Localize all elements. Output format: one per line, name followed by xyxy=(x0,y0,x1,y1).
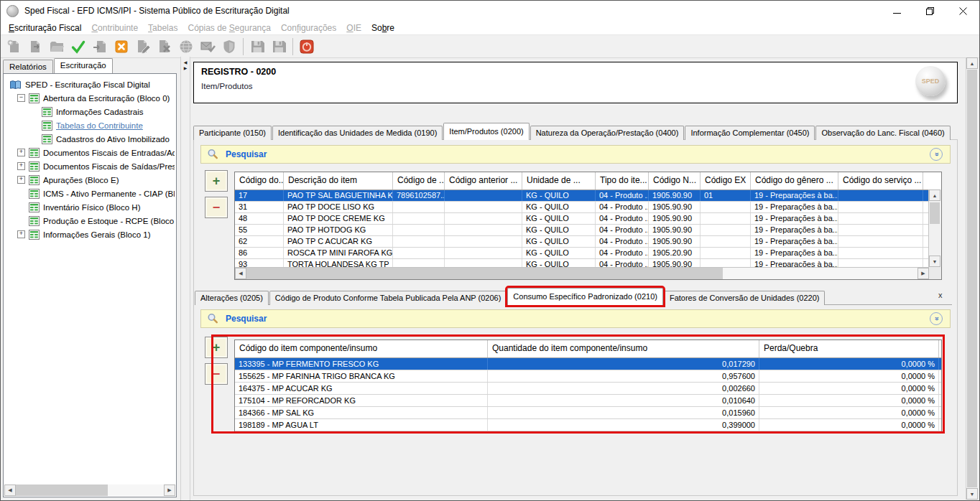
tree-item-documentos-fiscais-de-saidas-prestac[interactable]: +Documentos Fiscais de Saídas/Prestaç xyxy=(6,159,175,173)
scroll-right-icon[interactable]: ▶ xyxy=(917,268,929,279)
hscroll-track[interactable] xyxy=(246,268,917,279)
tree-expander-plus-icon[interactable]: + xyxy=(17,176,25,184)
security-shield-icon[interactable] xyxy=(218,37,240,57)
tree-item-producao-e-estoque-rcpe-bloco-k[interactable]: Produção e Estoque - RCPE (Bloco K) xyxy=(6,214,175,228)
save-icon[interactable] xyxy=(246,37,268,57)
menu-escrituracao-fiscal[interactable]: Escrituração Fiscal xyxy=(4,22,86,34)
registro-tab-informacao-complementar-0450[interactable]: Informação Complementar (0450) xyxy=(685,126,815,140)
table-row[interactable]: 62PAO TP C ACUCAR KGKG - QUILO04 - Produ… xyxy=(235,236,929,248)
import-document-icon[interactable] xyxy=(89,37,111,57)
table-row[interactable]: 198189 - MP AGUA LT0,3990000,0000 % xyxy=(235,419,941,431)
cell: 17 xyxy=(235,190,284,201)
transmit-icon[interactable] xyxy=(197,37,218,57)
scroll-up-icon[interactable]: ▲ xyxy=(929,189,940,201)
exit-power-icon[interactable] xyxy=(296,37,318,57)
scroll-left-icon[interactable]: ◀ xyxy=(235,268,246,279)
menu-tabelas[interactable]: Tabelas xyxy=(143,22,182,34)
cell: KG - QUILO xyxy=(522,248,596,258)
menu-sobre[interactable]: Sobre xyxy=(366,22,399,34)
add-row-button[interactable]: + xyxy=(205,170,228,192)
collapse-chevron-icon[interactable]: « xyxy=(930,312,943,325)
tree-item-tabelas-do-contribuinte[interactable]: Tabelas do Contribuinte xyxy=(6,118,175,132)
tree-scroll-track[interactable] xyxy=(16,484,164,496)
search-bar-lower[interactable]: Pesquisar « xyxy=(200,309,951,328)
tree-expander-plus-icon[interactable]: + xyxy=(17,230,25,238)
table-row[interactable]: 55PAO TP HOTDOG KGKG - QUILO04 - Produto… xyxy=(235,225,929,236)
remove-row-button[interactable]: − xyxy=(205,197,228,218)
tree-item-informacoes-gerais-bloco-1[interactable]: +Informações Gerais (Bloco 1) xyxy=(6,228,175,241)
table-row[interactable]: 31PAO TP DOCE LISO KGKG - QUILO04 - Prod… xyxy=(235,202,929,213)
save-as-icon[interactable] xyxy=(268,37,290,57)
tree-expander-minus-icon[interactable]: − xyxy=(17,94,25,102)
new-record-icon[interactable] xyxy=(3,37,24,57)
table-row[interactable]: 133395 - MP FERMENTO FRESCO KG0,0172900,… xyxy=(235,358,941,370)
tree-horizontal-scrollbar[interactable]: ◀ ▶ xyxy=(4,484,175,496)
column-header-codigo-ex: Código EX xyxy=(701,172,751,189)
cell: 04 - Produto ... xyxy=(596,202,649,212)
open-folder-icon[interactable] xyxy=(46,37,68,57)
left-tab-relatorios[interactable]: Relatórios xyxy=(3,60,53,73)
tree-item-informacoes-cadastrais[interactable]: Informações Cadastrais xyxy=(6,105,175,118)
edit-record-icon[interactable] xyxy=(132,37,154,57)
tree-item-abertura-da-escrituracao-bloco-0[interactable]: −Abertura da Escrituração (Bloco 0) xyxy=(6,91,175,105)
cell xyxy=(393,248,445,258)
remove-row-button[interactable]: − xyxy=(205,363,228,385)
detail-tab-consumo-especifico-padronizado-0210[interactable]: Consumo Específico Padronizado (0210) xyxy=(507,288,663,305)
scroll-down-icon[interactable]: ▼ xyxy=(929,256,940,267)
table-icon xyxy=(29,202,40,212)
scroll-down-icon[interactable]: ▼ xyxy=(966,488,978,500)
open-record-icon[interactable] xyxy=(24,37,46,57)
restore-button[interactable] xyxy=(913,1,946,21)
table-row[interactable]: 184366 - MP SAL KG0,0159600,0000 % xyxy=(235,407,941,419)
close-button[interactable] xyxy=(946,1,979,21)
hscroll-thumb[interactable] xyxy=(246,268,723,279)
tree-scroll-thumb[interactable] xyxy=(16,484,108,496)
minimize-button[interactable] xyxy=(880,1,913,21)
cancel-icon[interactable] xyxy=(111,37,132,57)
delete-record-icon[interactable] xyxy=(154,37,175,57)
detail-tab-codigo-de-produto-conforme-tabela-publicada-pela-anp-0206[interactable]: Código de Produto Conforme Tabela Public… xyxy=(269,291,507,305)
registro-tab-natureza-da-operacao-prestacao-0400[interactable]: Natureza da Operação/Prestação (0400) xyxy=(530,126,685,140)
registro-tab-participante-0150[interactable]: Participante (0150) xyxy=(193,126,272,140)
tree-expander-plus-icon[interactable]: + xyxy=(17,162,25,170)
collapse-chevron-icon[interactable]: « xyxy=(930,148,943,161)
menu-oie[interactable]: OIE xyxy=(341,22,366,34)
search-bar-upper[interactable]: Pesquisar « xyxy=(200,145,951,164)
vscroll-thumb[interactable] xyxy=(967,70,977,487)
cell: PAO TP SAL BAGUETINHA KG xyxy=(284,190,393,201)
menu-copias-de-seguranca[interactable]: Cópias de Segurança xyxy=(182,22,275,34)
internet-globe-icon[interactable] xyxy=(175,37,197,57)
tree-item-apuracoes-bloco-e[interactable]: +Apurações (Bloco E) xyxy=(6,173,175,187)
registro-tab-identificacao-das-unidades-de-medida-0190[interactable]: Identificação das Unidades de Medida (01… xyxy=(272,126,443,140)
table-row[interactable]: 155625 - MP FARINHA TRIGO BRANCA KG0,957… xyxy=(235,370,941,383)
menu-configuracoes[interactable]: Configurações xyxy=(276,22,341,34)
scroll-up-icon[interactable]: ▲ xyxy=(966,57,978,69)
table-row[interactable]: 17PAO TP SAL BAGUETINHA KG7896102587...K… xyxy=(235,190,929,202)
table-row[interactable]: 175104 - MP REFORCADOR KG0,0106400,0000 … xyxy=(235,395,941,407)
detail-tab-fatores-de-conversao-de-unidades-0220[interactable]: Fatores de Conversão de Unidades (0220) xyxy=(664,291,826,305)
tree-item-cadastros-do-ativo-imobilizado[interactable]: Cadastros do Ativo Imobilizado xyxy=(6,132,175,146)
table-vertical-scrollbar[interactable]: ▲ ▼ xyxy=(928,189,941,267)
table-row[interactable]: 164375 - MP ACUCAR KG0,0026600,0000 % xyxy=(235,383,941,395)
add-row-button[interactable]: + xyxy=(205,337,228,358)
tree-expander-plus-icon[interactable]: + xyxy=(17,149,25,156)
sped-logo-text: SPED xyxy=(922,78,940,85)
scroll-right-icon[interactable]: ▶ xyxy=(164,484,175,496)
scroll-left-icon[interactable]: ◀ xyxy=(4,484,16,496)
confirm-check-icon[interactable] xyxy=(68,37,89,57)
tree-item-inventario-fisico-bloco-h[interactable]: Inventário Físico (Bloco H) xyxy=(6,200,175,214)
registro-tab-item-produtos-0200[interactable]: Item/Produtos (0200) xyxy=(443,123,529,140)
table-row[interactable]: 48PAO TP DOCE CREME KGKG - QUILO04 - Pro… xyxy=(235,213,929,225)
left-tab-escrituracao[interactable]: Escrituração xyxy=(54,58,113,73)
menu-contribuinte[interactable]: Contribuinte xyxy=(86,22,143,34)
registro-tab-observacao-do-lanc-fiscal-0460[interactable]: Observação do Lanc. Fiscal (0460) xyxy=(815,126,950,140)
main-vertical-scrollbar[interactable]: ▲ ▼ xyxy=(966,57,979,500)
tree-item-sped-escrituracao-fiscal-digital[interactable]: SPED - Escrituração Fiscal Digital xyxy=(6,78,175,91)
table-horizontal-scrollbar[interactable]: ◀ ▶ xyxy=(235,267,929,279)
tree-item-icms-ativo-permanente-ciap-bloco[interactable]: ICMS - Ativo Permanente - CIAP (Bloco xyxy=(6,187,175,200)
detail-tabs-close-icon[interactable]: x xyxy=(938,291,943,299)
detail-tab-alteracoes-0205[interactable]: Alterações (0205) xyxy=(195,291,269,305)
vscroll-thumb[interactable] xyxy=(930,202,940,224)
table-row[interactable]: 86ROSCA TP MINI FAROFA KGKG - QUILO04 - … xyxy=(235,248,929,259)
tree-item-documentos-fiscais-de-entradas-aquisi[interactable]: +Documentos Fiscais de Entradas/Aquisi xyxy=(6,146,175,159)
